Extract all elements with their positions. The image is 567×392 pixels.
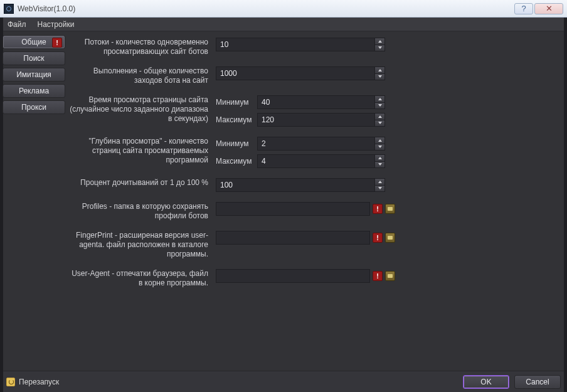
max-label: Максимум bbox=[216, 115, 253, 124]
spin-up-icon[interactable] bbox=[375, 137, 384, 144]
min-label: Минимум bbox=[216, 139, 253, 148]
restart-label: Перезапуск bbox=[19, 378, 59, 386]
sidebar-item-search[interactable]: Поиск bbox=[3, 51, 65, 65]
spin-down-icon[interactable] bbox=[375, 162, 384, 168]
threads-spinner[interactable] bbox=[216, 38, 385, 51]
viewtime-max-spinner[interactable] bbox=[257, 113, 385, 127]
sidebar-item-imitation[interactable]: Имитация bbox=[3, 68, 65, 82]
footer: Перезапуск OK Cancel bbox=[0, 371, 567, 392]
sidebar-item-label: Общие bbox=[21, 38, 46, 46]
max-label: Максимум bbox=[216, 157, 253, 166]
sidebar-item-label: Прокси bbox=[21, 103, 46, 112]
titlebar: WebVisitor(1.0.0) ? ✕ bbox=[0, 0, 567, 18]
window-title: WebVisitor(1.0.0) bbox=[18, 4, 75, 13]
spin-down-icon[interactable] bbox=[375, 45, 384, 51]
app-icon bbox=[4, 4, 14, 14]
spin-down-icon[interactable] bbox=[375, 103, 384, 109]
browse-button[interactable] bbox=[385, 204, 395, 214]
menu-file[interactable]: Файл bbox=[5, 19, 29, 30]
ok-button[interactable]: OK bbox=[463, 375, 509, 389]
useragent-label: User-Agent - отпечатки браузера, файл в … bbox=[68, 269, 216, 288]
readpct-input[interactable] bbox=[216, 178, 375, 192]
threads-label: Потоки - количество одновременно просмат… bbox=[68, 38, 216, 56]
runs-spinner[interactable] bbox=[216, 66, 385, 80]
depth-label: "Глубина просмотра" - количество страниц… bbox=[68, 137, 216, 165]
spin-down-icon[interactable] bbox=[375, 186, 384, 192]
restart-icon bbox=[6, 378, 15, 386]
close-button[interactable]: ✕ bbox=[534, 3, 563, 14]
spin-up-icon[interactable] bbox=[375, 67, 384, 74]
depth-max-input[interactable] bbox=[257, 154, 375, 168]
runs-label: Выполнения - общее количество заходов бо… bbox=[68, 66, 216, 85]
warning-icon: ! bbox=[373, 233, 383, 243]
viewtime-max-input[interactable] bbox=[257, 113, 375, 127]
restart-button[interactable]: Перезапуск bbox=[6, 378, 59, 386]
runs-input[interactable] bbox=[216, 66, 375, 80]
fingerprint-input[interactable] bbox=[216, 231, 370, 245]
viewtime-label: Время просмотра страницы сайта (случайно… bbox=[68, 95, 216, 124]
spin-up-icon[interactable] bbox=[375, 179, 384, 186]
sidebar: Общие ! Поиск Имитация Реклама Прокси bbox=[0, 31, 68, 371]
spin-up-icon[interactable] bbox=[375, 114, 384, 120]
viewtime-min-spinner[interactable] bbox=[257, 95, 385, 109]
sidebar-item-label: Поиск bbox=[23, 54, 44, 63]
browse-button[interactable] bbox=[385, 233, 395, 243]
sidebar-item-label: Реклама bbox=[19, 87, 49, 95]
menu-settings[interactable]: Настройки bbox=[35, 19, 77, 30]
depth-max-spinner[interactable] bbox=[257, 154, 385, 168]
spin-up-icon[interactable] bbox=[375, 38, 384, 45]
spin-down-icon[interactable] bbox=[375, 74, 384, 80]
min-label: Минимум bbox=[216, 98, 253, 107]
spin-down-icon[interactable] bbox=[375, 120, 384, 127]
warning-icon: ! bbox=[373, 204, 383, 214]
spin-up-icon[interactable] bbox=[375, 96, 384, 103]
profiles-label: Profiles - папка в которую сохранять про… bbox=[68, 202, 216, 221]
warning-icon: ! bbox=[373, 271, 383, 281]
viewtime-min-input[interactable] bbox=[257, 95, 375, 109]
browse-button[interactable] bbox=[385, 271, 395, 281]
sidebar-item-label: Имитация bbox=[16, 70, 51, 79]
readpct-spinner[interactable] bbox=[216, 178, 385, 192]
depth-min-input[interactable] bbox=[257, 137, 375, 151]
useragent-input[interactable] bbox=[216, 269, 370, 283]
help-button[interactable]: ? bbox=[514, 3, 533, 14]
depth-min-spinner[interactable] bbox=[257, 137, 385, 151]
profiles-input[interactable] bbox=[216, 202, 370, 216]
spin-down-icon[interactable] bbox=[375, 144, 384, 151]
sidebar-item-proxy[interactable]: Прокси bbox=[3, 100, 65, 114]
spin-up-icon[interactable] bbox=[375, 155, 384, 162]
sidebar-item-general[interactable]: Общие ! bbox=[3, 35, 65, 49]
readpct-label: Процент дочитываний от 1 до 100 % bbox=[68, 178, 216, 188]
form-area: Потоки - количество одновременно просмат… bbox=[68, 31, 567, 371]
sidebar-item-ads[interactable]: Реклама bbox=[3, 84, 65, 98]
threads-input[interactable] bbox=[216, 38, 375, 51]
cancel-button[interactable]: Cancel bbox=[514, 375, 561, 389]
menubar: Файл Настройки bbox=[0, 18, 567, 31]
warning-icon: ! bbox=[52, 38, 62, 48]
fingerprint-label: FingerPrint - расширеная версия user-age… bbox=[68, 231, 216, 259]
